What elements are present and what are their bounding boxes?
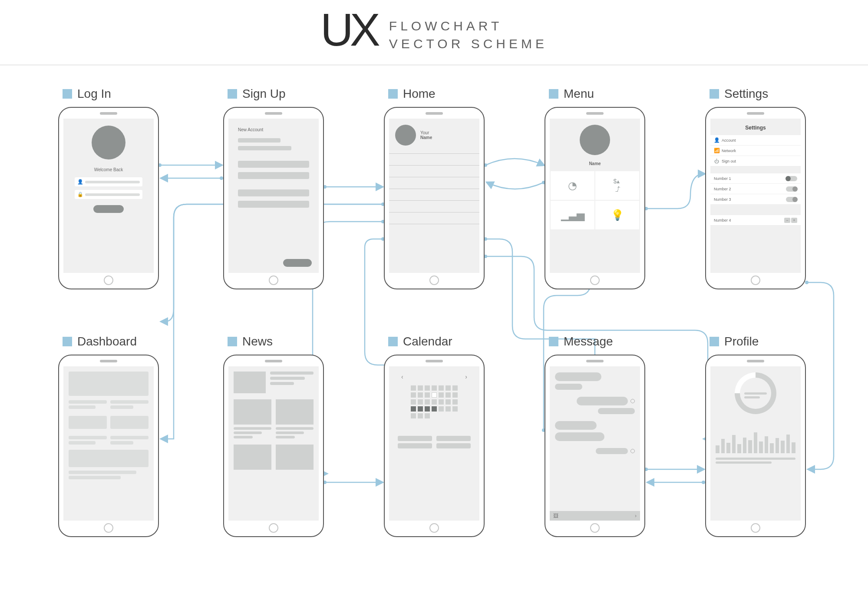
list-row[interactable] <box>389 224 479 224</box>
chat-bubble-received <box>555 384 582 390</box>
message-input-bar[interactable]: 🖼 › <box>550 511 640 521</box>
password-field[interactable]: 🔒 <box>75 190 142 199</box>
speaker-icon <box>265 112 282 115</box>
phone-frame: Your Name <box>384 107 485 289</box>
label-menu: Menu <box>545 87 645 101</box>
flowchart-canvas: Log In Welcome Back 👤 🔒 <box>0 65 868 614</box>
chat-bubble-sent <box>577 397 628 405</box>
news-thumb[interactable] <box>276 399 314 425</box>
home-your: Your <box>420 130 432 135</box>
signup-field[interactable] <box>238 201 309 208</box>
settings-toggle-row[interactable]: Number 3 <box>710 194 801 205</box>
news-thumb[interactable] <box>234 445 271 470</box>
bullet-icon <box>63 89 72 99</box>
login-screen: Welcome Back 👤 🔒 <box>63 119 154 273</box>
chat-bubble-received <box>555 432 604 441</box>
signup-screen: New Account <box>228 119 319 273</box>
screen-news: News <box>223 335 324 537</box>
chat-bubble-received <box>555 372 601 381</box>
signup-field[interactable] <box>238 161 309 168</box>
menu-tile[interactable]: ◔ <box>551 171 594 200</box>
settings-toggle-row[interactable]: Number 2 <box>710 184 801 194</box>
toggle-icon[interactable] <box>786 197 797 202</box>
label-home: Home <box>384 87 485 101</box>
settings-item-signout[interactable]: ⏻Sign out <box>710 156 801 166</box>
bullet-icon <box>388 89 398 99</box>
phone-frame: Name ◔ $▴⭜ ▁▃▅ 💡 <box>545 107 645 289</box>
news-screen <box>228 366 319 521</box>
label-news-text: News <box>242 335 273 348</box>
menu-tile[interactable]: ▁▃▅ <box>551 201 594 229</box>
send-icon[interactable]: › <box>635 513 637 519</box>
label-dashboard: Dashboard <box>58 335 159 348</box>
lightbulb-icon: 💡 <box>611 209 624 221</box>
minus-icon[interactable]: − <box>784 218 790 223</box>
home-button-icon <box>104 523 113 533</box>
label-dashboard-text: Dashboard <box>77 335 137 348</box>
settings-stepper-row[interactable]: Number 4 −+ <box>710 215 801 226</box>
header-subtitle: FLOWCHART VECTOR SCHEME <box>389 17 548 53</box>
read-receipt-icon <box>630 399 635 403</box>
header-line2: VECTOR SCHEME <box>389 35 548 53</box>
news-thumb[interactable] <box>234 399 271 425</box>
next-month-button[interactable]: › <box>465 373 467 380</box>
bullet-icon <box>63 337 72 346</box>
signup-field[interactable] <box>238 189 309 196</box>
news-thumb[interactable] <box>276 445 314 470</box>
signup-field[interactable] <box>238 138 281 143</box>
prev-month-button[interactable]: ‹ <box>401 373 403 380</box>
chat-bubble-sent <box>596 448 628 454</box>
label-calendar: Calendar <box>384 335 485 348</box>
news-thumb[interactable] <box>234 372 266 393</box>
power-icon: ⏻ <box>714 159 719 164</box>
phone-frame: ‹ › <box>384 355 485 537</box>
login-button[interactable] <box>93 205 124 213</box>
menu-tile[interactable]: 💡 <box>595 201 639 229</box>
signup-field[interactable] <box>238 146 291 150</box>
settings-toggle-row[interactable]: Number 1 <box>710 173 801 184</box>
stepper-control[interactable]: −+ <box>784 218 797 223</box>
speaker-icon <box>265 360 282 362</box>
username-field[interactable]: 👤 <box>75 177 142 186</box>
phone-frame <box>223 355 324 537</box>
toggle-icon[interactable] <box>786 176 797 181</box>
label-message-text: Message <box>564 335 613 348</box>
home-button-icon <box>104 275 113 285</box>
signup-submit-button[interactable] <box>283 259 312 267</box>
image-icon[interactable]: 🖼 <box>553 513 558 519</box>
dashboard-card[interactable] <box>110 416 149 429</box>
signup-field[interactable] <box>238 172 309 179</box>
phone-frame: New Account <box>223 107 324 289</box>
label-profile-text: Profile <box>724 335 759 348</box>
settings-item-account[interactable]: 👤Account <box>710 135 801 146</box>
screen-signup: Sign Up New Account <box>223 87 324 289</box>
label-home-text: Home <box>403 87 436 101</box>
wifi-icon: 📶 <box>714 148 719 153</box>
welcome-text: Welcome Back <box>63 167 154 172</box>
plus-icon[interactable]: + <box>791 218 797 223</box>
settings-item-network[interactable]: 📶Network <box>710 146 801 156</box>
toggle-icon[interactable] <box>786 186 797 192</box>
home-screen: Your Name <box>389 119 479 273</box>
speaker-icon <box>747 112 764 115</box>
home-name: Name <box>420 135 432 140</box>
dashboard-card[interactable] <box>69 450 149 467</box>
profile-screen <box>710 366 801 521</box>
phone-frame <box>58 355 159 537</box>
dashboard-card[interactable] <box>69 416 107 429</box>
settings-screen: Settings 👤Account 📶Network ⏻Sign out Num… <box>710 119 801 273</box>
speaker-icon <box>586 360 604 362</box>
screen-settings: Settings Settings 👤Account 📶Network ⏻Sig… <box>705 87 806 289</box>
label-login-text: Log In <box>77 87 111 101</box>
settings-title: Settings <box>710 119 801 135</box>
label-profile: Profile <box>705 335 806 348</box>
phone-frame <box>705 355 806 537</box>
label-signup: Sign Up <box>223 87 324 101</box>
home-button-icon <box>269 523 278 533</box>
page-header: UX FLOWCHART VECTOR SCHEME <box>0 0 868 65</box>
calendar-grid[interactable] <box>393 385 475 418</box>
ux-mark: UX <box>320 7 377 53</box>
menu-tile[interactable]: $▴⭜ <box>595 171 639 200</box>
screen-home: Home Your Name <box>384 87 485 289</box>
signup-title: New Account <box>238 127 309 132</box>
